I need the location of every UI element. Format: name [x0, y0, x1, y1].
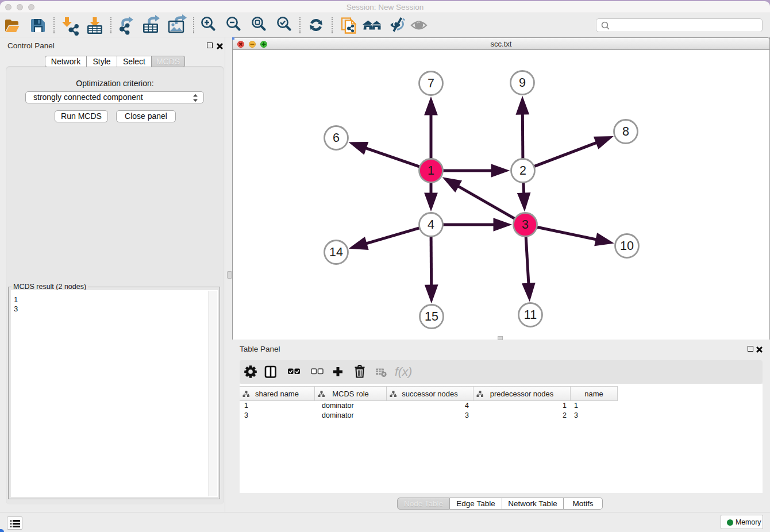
- svg-text:14: 14: [329, 245, 343, 259]
- svg-text:15: 15: [425, 310, 438, 323]
- svg-text:2: 2: [519, 164, 526, 178]
- svg-text:11: 11: [524, 308, 537, 322]
- svg-text:f(x): f(x): [395, 365, 412, 378]
- svg-text:1: 1: [428, 164, 434, 178]
- svg-text:6: 6: [333, 131, 340, 145]
- svg-text:9: 9: [519, 76, 526, 90]
- svg-text:4: 4: [428, 218, 434, 232]
- svg-text:10: 10: [620, 239, 634, 253]
- svg-text:3: 3: [522, 218, 529, 232]
- svg-text:7: 7: [428, 76, 434, 90]
- svg-text:8: 8: [622, 125, 629, 138]
